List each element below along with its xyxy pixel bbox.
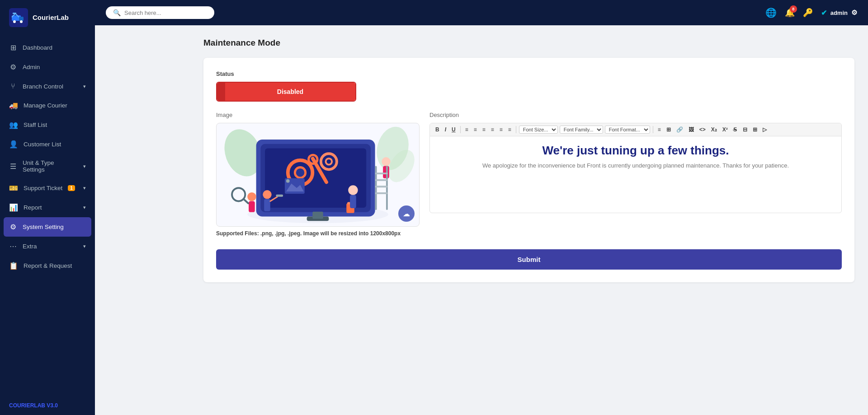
version-label: COURIERLAB V3.0: [0, 396, 95, 415]
sidebar-item-support-ticket[interactable]: 🎫 Support Ticket 1 ▾: [0, 178, 95, 198]
bold-button[interactable]: B: [434, 126, 441, 134]
editor-heading: We're just tuning up a few things.: [438, 144, 833, 158]
extra-icon: ⋯: [9, 242, 17, 251]
sidebar-label-report: Report: [24, 204, 42, 211]
sidebar-item-manage-courier[interactable]: 🚚 Manage Courier: [0, 96, 95, 115]
superscript-btn[interactable]: X²: [721, 126, 730, 134]
submit-button[interactable]: Submit: [216, 249, 842, 270]
sidebar-item-customer-list[interactable]: 👤 Customer List: [0, 135, 95, 154]
check-icon: ✔: [821, 9, 827, 17]
toolbar-divider: [460, 126, 461, 133]
image-upload-area[interactable]: ☁: [216, 123, 420, 227]
svg-point-3: [13, 20, 16, 23]
globe-icon[interactable]: 🌐: [765, 7, 777, 18]
svg-point-18: [286, 179, 290, 183]
align-center-button[interactable]: ≡: [472, 126, 479, 134]
editor-container: B I U ≡ ≡ ≡ ≡ ≡ ≡ Font Size...: [429, 123, 842, 213]
list-ordered-button[interactable]: ≡: [498, 126, 505, 134]
notification-icon[interactable]: 🔔 8: [785, 8, 795, 18]
font-family-select[interactable]: Font Family...: [560, 126, 603, 134]
font-size-select[interactable]: Font Size...: [519, 126, 558, 134]
subscript-btn[interactable]: X₂: [709, 126, 719, 134]
sidebar-label-unit: Unit & Type Settings: [23, 159, 78, 173]
status-label: Status: [216, 70, 842, 77]
key-icon[interactable]: 🔑: [803, 8, 813, 18]
sidebar-item-branch-control[interactable]: ⑂ Branch Control ▾: [0, 77, 95, 96]
sidebar-item-report-request[interactable]: 📋 Report & Request: [0, 256, 95, 275]
font-format-select[interactable]: Font Format...: [605, 126, 650, 134]
underline-button[interactable]: U: [450, 126, 458, 134]
editor-toolbar: B I U ≡ ≡ ≡ ≡ ≡ ≡ Font Size...: [430, 123, 841, 136]
setting-icon: ⚙: [9, 223, 17, 231]
sidebar-item-dashboard[interactable]: ⊞ Dashboard: [0, 38, 95, 57]
admin-icon: ⚙: [9, 63, 17, 71]
chevron-down-icon: ▾: [83, 163, 86, 169]
branch-icon: ⑂: [9, 82, 17, 90]
sidebar-label-admin: Admin: [23, 64, 40, 70]
toolbar-divider-2: [516, 126, 516, 133]
sidebar-item-report[interactable]: 📊 Report ▾: [0, 198, 95, 217]
list-unordered-button[interactable]: ≡: [506, 126, 513, 134]
chevron-down-icon: ▾: [83, 205, 86, 210]
italic-button[interactable]: I: [443, 126, 448, 134]
image-btn[interactable]: 🖼: [687, 126, 696, 134]
supported-files-text: Supported Files: .png, .jpg, .jpeg. Imag…: [216, 230, 420, 237]
logo-container: CourierLab: [0, 0, 95, 34]
sidebar-item-admin[interactable]: ⚙ Admin: [0, 57, 95, 77]
chevron-down-icon: ▾: [83, 84, 86, 89]
strikethrough-btn[interactable]: S̶: [731, 126, 739, 134]
sidebar-label-support: Support Ticket: [24, 185, 62, 191]
list-btn[interactable]: ≡: [656, 126, 663, 134]
user-settings-icon[interactable]: ⚙: [851, 9, 857, 17]
sidebar-item-staff-list[interactable]: 👥 Staff List: [0, 115, 95, 135]
link-btn[interactable]: 🔗: [675, 126, 685, 134]
search-icon: 🔍: [113, 9, 121, 16]
status-toggle-bar: [217, 83, 225, 101]
upload-button[interactable]: ☁: [398, 205, 415, 222]
svg-point-4: [20, 20, 23, 23]
media-btn[interactable]: ▷: [761, 126, 769, 134]
svg-point-23: [263, 190, 271, 199]
dashboard-icon: ⊞: [9, 43, 17, 52]
svg-rect-33: [375, 186, 388, 187]
logo-svg: [9, 8, 28, 27]
staff-icon: 👥: [9, 121, 18, 129]
svg-rect-34: [375, 192, 388, 194]
svg-point-14: [295, 167, 305, 177]
svg-rect-32: [375, 179, 388, 181]
svg-rect-26: [276, 195, 283, 197]
status-toggle-btn[interactable]: Disabled: [225, 83, 355, 101]
svg-rect-22: [312, 212, 323, 219]
extra-btn[interactable]: ⊟: [741, 126, 749, 134]
search-box[interactable]: 🔍: [106, 6, 214, 19]
sidebar-item-system-setting[interactable]: ⚙ System Setting: [4, 217, 91, 237]
svg-rect-5: [13, 13, 16, 14]
supported-prefix: Supported Files:: [216, 230, 260, 237]
svg-point-16: [326, 159, 332, 165]
content-row: Image: [216, 112, 842, 237]
search-input[interactable]: [124, 9, 207, 16]
align-right-button[interactable]: ≡: [481, 126, 487, 134]
align-justify-button[interactable]: ≡: [489, 126, 496, 134]
logo-text: CourierLab: [33, 14, 69, 22]
sidebar-label-staff: Staff List: [24, 121, 47, 128]
indent-btn[interactable]: ⊞: [665, 126, 673, 134]
sidebar-item-unit-type[interactable]: ☰ Unit & Type Settings ▾: [0, 154, 95, 178]
toolbar-divider-3: [653, 126, 653, 133]
editor-body[interactable]: We're just tuning up a few things. We ap…: [430, 136, 841, 209]
courier-icon: 🚚: [9, 101, 18, 110]
align-left-button[interactable]: ≡: [463, 126, 470, 134]
image-section: Image: [216, 112, 420, 237]
svg-rect-31: [375, 173, 388, 174]
user-info: ✔ admin ⚙: [821, 9, 857, 17]
sidebar-item-extra[interactable]: ⋯ Extra ▾: [0, 237, 95, 256]
sidebar-nav: ⊞ Dashboard ⚙ Admin ⑂ Branch Control ▾ 🚚…: [0, 34, 95, 396]
request-icon: 📋: [9, 261, 18, 270]
code-btn[interactable]: <>: [698, 126, 708, 134]
svg-rect-42: [350, 195, 356, 208]
username-label: admin: [830, 9, 848, 16]
table-btn[interactable]: ⊞: [751, 126, 759, 134]
sidebar-label-branch: Branch Control: [23, 83, 63, 90]
status-toggle[interactable]: Disabled: [216, 82, 356, 102]
sidebar-label-customer: Customer List: [24, 141, 61, 148]
